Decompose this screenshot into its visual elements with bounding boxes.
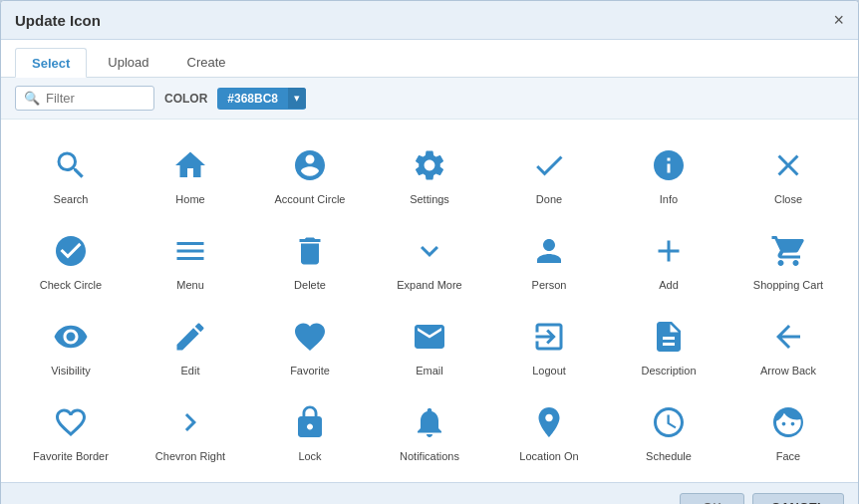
- icons-area: Search Home Account Circle: [1, 120, 858, 482]
- add-icon-item[interactable]: Add: [609, 215, 728, 301]
- done-icon-item[interactable]: Done: [489, 129, 609, 215]
- arrow-back-label: Arrow Back: [760, 365, 816, 377]
- filter-input[interactable]: [46, 91, 136, 106]
- arrow-back-icon-item[interactable]: Arrow Back: [728, 301, 848, 386]
- lock-icon-item[interactable]: Lock: [250, 386, 370, 472]
- schedule-icon-svg: [647, 400, 691, 444]
- home-icon-item[interactable]: Home: [131, 129, 250, 215]
- favorite-border-icon-item[interactable]: Favorite Border: [11, 386, 131, 472]
- ok-button[interactable]: OK: [680, 493, 744, 504]
- color-dropdown-button[interactable]: ▾: [288, 88, 306, 109]
- color-value: #368BC8: [217, 88, 288, 110]
- chevron-right-icon-item[interactable]: Chevron Right: [131, 386, 250, 472]
- delete-label: Delete: [294, 279, 326, 291]
- check-circle-icon-svg: [49, 229, 93, 273]
- filter-input-wrap: 🔍: [15, 86, 154, 111]
- filter-search-icon: 🔍: [24, 91, 40, 106]
- menu-label: Menu: [176, 279, 204, 291]
- tab-create[interactable]: Create: [170, 48, 243, 77]
- close-label: Close: [774, 193, 802, 205]
- close-icon-svg: [766, 143, 810, 187]
- filter-bar: 🔍 COLOR #368BC8 ▾: [1, 78, 858, 120]
- icons-grid: Search Home Account Circle: [1, 129, 858, 472]
- delete-icon-svg: [288, 229, 332, 273]
- edit-label: Edit: [181, 365, 200, 377]
- add-label: Add: [659, 279, 679, 291]
- favorite-icon-svg: [288, 315, 332, 359]
- search-icon-item[interactable]: Search: [11, 129, 131, 215]
- location-on-icon-item[interactable]: Location On: [489, 386, 609, 472]
- edit-icon-item[interactable]: Edit: [131, 301, 250, 386]
- email-label: Email: [416, 365, 443, 377]
- search-label: Search: [54, 193, 89, 205]
- chevron-right-icon-svg: [168, 400, 212, 444]
- shopping-cart-icon-item[interactable]: Shopping Cart: [728, 215, 848, 301]
- home-icon-svg: [168, 143, 212, 187]
- notifications-icon-item[interactable]: Notifications: [370, 386, 489, 472]
- add-icon-svg: [647, 229, 691, 273]
- dialog-header: Update Icon ×: [1, 1, 858, 40]
- visibility-icon-svg: [49, 315, 93, 359]
- email-icon-svg: [408, 315, 451, 359]
- delete-icon-item[interactable]: Delete: [250, 215, 370, 301]
- favorite-icon-item[interactable]: Favorite: [250, 301, 370, 386]
- face-label: Face: [776, 450, 800, 462]
- expand-more-label: Expand More: [397, 279, 461, 291]
- schedule-icon-item[interactable]: Schedule: [609, 386, 728, 472]
- info-label: Info: [660, 193, 678, 205]
- tab-select[interactable]: Select: [15, 48, 87, 78]
- settings-icon-svg: [408, 143, 451, 187]
- chevron-right-label: Chevron Right: [155, 450, 225, 462]
- done-icon-svg: [527, 143, 571, 187]
- schedule-label: Schedule: [646, 450, 692, 462]
- person-label: Person: [532, 279, 567, 291]
- lock-label: Lock: [298, 450, 321, 462]
- account-circle-label: Account Circle: [275, 193, 346, 205]
- person-icon-item[interactable]: Person: [489, 215, 609, 301]
- face-icon-item[interactable]: Face: [728, 386, 848, 472]
- color-label: COLOR: [164, 92, 207, 106]
- expand-more-icon-svg: [408, 229, 451, 273]
- color-selector: #368BC8 ▾: [217, 88, 306, 110]
- search-icon-svg: [49, 143, 93, 187]
- favorite-border-icon-svg: [49, 400, 93, 444]
- check-circle-label: Check Circle: [40, 279, 102, 291]
- menu-icon-svg: [168, 229, 212, 273]
- edit-icon-svg: [168, 315, 212, 359]
- email-icon-item[interactable]: Email: [370, 301, 489, 386]
- lock-icon-svg: [288, 400, 332, 444]
- expand-more-icon-item[interactable]: Expand More: [370, 215, 489, 301]
- settings-icon-item[interactable]: Settings: [370, 129, 489, 215]
- person-icon-svg: [527, 229, 571, 273]
- location-on-label: Location On: [519, 450, 578, 462]
- description-icon-item[interactable]: Description: [609, 301, 728, 386]
- arrow-back-icon-svg: [766, 315, 810, 359]
- account-circle-icon-svg: [288, 143, 332, 187]
- description-icon-svg: [647, 315, 691, 359]
- tab-upload[interactable]: Upload: [91, 48, 165, 77]
- location-on-icon-svg: [527, 400, 571, 444]
- close-icon-item[interactable]: Close: [728, 129, 848, 215]
- logout-icon-svg: [527, 315, 571, 359]
- update-icon-dialog: Update Icon × Select Upload Create 🔍 COL…: [0, 0, 859, 504]
- check-circle-icon-item[interactable]: Check Circle: [11, 215, 131, 301]
- info-icon-item[interactable]: Info: [609, 129, 728, 215]
- visibility-icon-item[interactable]: Visibility: [11, 301, 131, 386]
- info-icon-svg: [647, 143, 691, 187]
- visibility-label: Visibility: [51, 365, 91, 377]
- done-label: Done: [536, 193, 562, 205]
- description-label: Description: [641, 365, 696, 377]
- notifications-icon-svg: [408, 400, 451, 444]
- menu-icon-item[interactable]: Menu: [131, 215, 250, 301]
- dialog-title: Update Icon: [15, 12, 101, 29]
- cancel-button[interactable]: CANCEL: [752, 493, 844, 504]
- notifications-label: Notifications: [400, 450, 459, 462]
- dialog-close-button[interactable]: ×: [833, 11, 844, 29]
- favorite-border-label: Favorite Border: [33, 450, 109, 462]
- shopping-cart-icon-svg: [766, 229, 810, 273]
- logout-label: Logout: [532, 365, 566, 377]
- face-icon-svg: [766, 400, 810, 444]
- account-circle-icon-item[interactable]: Account Circle: [250, 129, 370, 215]
- favorite-label: Favorite: [290, 365, 330, 377]
- logout-icon-item[interactable]: Logout: [489, 301, 609, 386]
